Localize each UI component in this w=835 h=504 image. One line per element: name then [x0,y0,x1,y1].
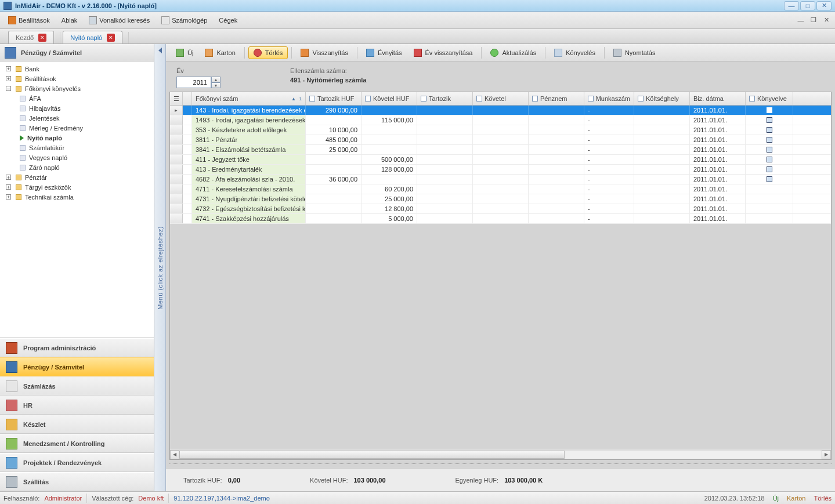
col-costcenter[interactable]: Költséghely [634,92,690,105]
col-date[interactable]: Biz. dátma [690,92,746,105]
inv-icon [6,380,17,392]
col-booked[interactable]: Könyvelve [746,92,793,105]
tree-item[interactable]: +Tárgyi eszközök [0,182,154,192]
tree-item[interactable]: −Főkönyvi könyvelés [0,84,154,93]
status-delete[interactable]: Törlés [814,495,832,502]
cell-costcenter [634,175,690,184]
cell-costcenter [634,165,690,174]
table-row[interactable]: 4731 - Nyugdíjpénztári befizetési kötele… [170,194,831,204]
scroll-left[interactable]: ◀ [170,450,179,459]
menu-window[interactable]: Ablak [57,14,82,26]
status-new[interactable]: Új [773,495,779,502]
cell-date: 2011.01.01. [690,135,746,144]
tree-item[interactable]: Jelentések [0,113,154,123]
tab-opening-journal[interactable]: Nyitó napló ✕ [63,31,122,43]
col-jobno[interactable]: Munkaszám [584,92,634,105]
undo-button[interactable]: Visszanyítás [295,46,353,59]
tab-close-icon[interactable]: ✕ [38,34,46,42]
status-card[interactable]: Karton [787,495,805,502]
nav-item[interactable]: Pénzügy / Számvitel [0,357,154,376]
tree-item[interactable]: Mérleg / Eredmény [0,123,154,133]
tree-label: Mérleg / Eredmény [29,125,83,132]
close-button[interactable]: ✕ [816,1,832,10]
tree-item[interactable]: Nyitó napló [0,133,154,143]
status-company-label: Választott cég: [92,495,133,502]
table-row[interactable]: 353 - Készletekre adott előlegek10 000,0… [170,125,831,135]
tree-item[interactable]: +Beállítások [0,74,154,84]
nav-item[interactable]: Szállítás [0,472,154,491]
title-bar: InMidAir - DEMO Kft - v 2.16.000 - [Nyit… [0,0,835,12]
mdi-restore[interactable]: ❐ [808,16,819,24]
tree-item[interactable]: +Pénztár [0,172,154,182]
year-spinner[interactable]: ▲ ▼ [176,77,221,88]
table-row[interactable]: 4711 - Keresetelszámolási számla60 200,0… [170,184,831,194]
card-button[interactable]: Karton [200,46,240,59]
row-selector-header[interactable]: ☰ [170,92,183,105]
tab-home[interactable]: Kezdő ✕ [8,31,54,43]
nav-item[interactable]: Program adminisztráció [0,338,154,357]
cell-debit [417,204,473,213]
col-currency[interactable]: Pénznem [529,92,584,105]
tree-item[interactable]: Számlatükör [0,143,154,153]
tree-item[interactable]: Záró napló [0,162,154,172]
year-up[interactable]: ▲ [211,77,221,82]
icon-col-header[interactable] [183,92,192,105]
year-undo-button[interactable]: Év visszanyítása [409,46,478,59]
col-debit[interactable]: Tartozik [417,92,473,105]
col-credit[interactable]: Követel [473,92,529,105]
grid-header: ☰ Főkönyvi szám1 Tartozik HUF Követel HU… [170,92,831,106]
nav-item[interactable]: HR [0,396,154,415]
sidebar-collapse-handle[interactable]: Menü (click az elrejtéshez) [154,44,166,491]
tree-item[interactable]: +Technikai számla [0,192,154,202]
scroll-thumb[interactable] [179,451,565,459]
tree-label: Főkönyvi könyvelés [25,85,81,92]
tree-item[interactable]: +Bank [0,64,154,74]
year-input[interactable] [176,77,211,88]
table-row[interactable]: 411 - Jegyzett tőke500 000,00-2011.01.01… [170,155,831,165]
booking-button[interactable]: Könyvelés [549,46,601,59]
col-debit-huf[interactable]: Tartozik HUF [306,92,362,105]
print-button[interactable]: Nyomtatás [608,46,661,59]
cell-debit-huf: 10 000,00 [306,125,362,135]
year-open-button[interactable]: Évnyitás [361,46,407,59]
contra-value: 491 - Nyitómérleg számla [290,77,366,84]
cell-debit [417,125,473,135]
mdi-minimize[interactable]: — [796,16,806,24]
new-button[interactable]: Új [171,46,198,59]
nav-item[interactable]: Készlet [0,415,154,434]
table-row[interactable]: 413 - Eredménytartalék128 000,00-2011.01… [170,165,831,175]
nav-item[interactable]: Számlázás [0,376,154,396]
tree-item[interactable]: ÁFA [0,93,154,103]
year-down[interactable]: ▼ [211,82,221,88]
menu-barcode[interactable]: Vonalkód keresés [84,14,154,27]
maximize-button[interactable]: □ [800,1,815,10]
table-row[interactable]: 4732 - Egészségbiztosítási befizetési kö… [170,204,831,214]
col-credit-huf[interactable]: Követel HUF [362,92,417,105]
cell-credit-huf: 115 000,00 [362,115,417,125]
table-row[interactable]: 3841 - Elszámolási betétszámla25 000,00-… [170,145,831,155]
mdi-close[interactable]: ✕ [821,16,832,24]
menu-companies[interactable]: Cégek [214,14,242,26]
delete-button[interactable]: Törlés [248,46,288,59]
nav-item[interactable]: Projektek / Rendezvények [0,453,154,472]
tab-close-icon[interactable]: ✕ [107,34,115,42]
table-row[interactable]: 3811 - Pénztár485 000,00-2011.01.01. [170,135,831,145]
tree-item[interactable]: Hibajavítás [0,103,154,113]
scroll-right[interactable]: ▶ [822,450,831,459]
table-row[interactable]: 4741 - Szakképzési hozzájárulás5 000,00-… [170,214,831,224]
nav-item[interactable]: Menedzsment / Kontrolling [0,434,154,453]
tree-item[interactable]: Vegyes napló [0,153,154,162]
h-scrollbar[interactable]: ◀ ▶ [170,449,831,459]
table-row[interactable]: 1493 - Irodai, igazgatási berendezések é… [170,115,831,125]
menu-settings[interactable]: Beállítások [3,14,55,27]
grid-body[interactable]: 143 - Irodai, igazgatási berendezések és… [170,106,831,449]
table-row[interactable]: 4682 - Áfa elszámolási szla - 2010.36 00… [170,175,831,184]
menu-calculator[interactable]: Számológép [157,14,212,27]
book-icon [554,49,562,57]
refresh-button[interactable]: Aktualizálás [485,46,541,59]
col-account[interactable]: Főkönyvi szám1 [192,92,306,105]
minimize-button[interactable]: — [784,1,799,10]
cell-account: 4682 - Áfa elszámolási szla - 2010. [192,175,306,184]
table-row[interactable]: 143 - Irodai, igazgatási berendezések és… [170,106,831,115]
cell-booked [746,214,793,223]
